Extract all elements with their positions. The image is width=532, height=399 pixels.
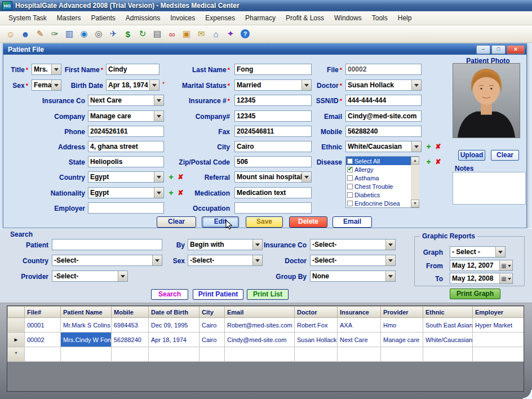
disease-option-diabetics[interactable]: Diabetics: [346, 190, 419, 199]
clear-button[interactable]: Clear: [157, 216, 196, 228]
add-patient-icon[interactable]: ☺: [5, 28, 17, 40]
row-indicator-new[interactable]: *: [8, 347, 25, 362]
cell-ethnic[interactable]: White/Caucasian: [423, 333, 473, 347]
last-name-input[interactable]: [234, 64, 312, 75]
disease-option-asthama[interactable]: Asthama: [346, 174, 419, 182]
cell-email[interactable]: Cindy@med-site.com: [225, 333, 295, 347]
upload-button[interactable]: Upload: [458, 150, 485, 161]
search-icon[interactable]: ◎: [92, 28, 105, 40]
mail-icon[interactable]: ✉: [195, 28, 207, 40]
cell-doctor[interactable]: [295, 347, 338, 362]
employer-input[interactable]: [88, 202, 164, 214]
delete-button[interactable]: Delete: [289, 216, 327, 228]
calendar-icon[interactable]: ▦: [499, 273, 512, 283]
search-country-select[interactable]: -Select-: [52, 255, 162, 266]
cell-mobile[interactable]: [112, 347, 149, 362]
ethnic-delete-icon[interactable]: ✘: [434, 142, 442, 151]
print-list-button[interactable]: Print List: [247, 289, 289, 300]
cell-mobile[interactable]: 56288240: [112, 333, 149, 347]
cell-provider[interactable]: Manage care: [381, 333, 423, 347]
money-icon[interactable]: $: [122, 28, 134, 40]
search-insurance-select[interactable]: -Select-: [310, 239, 396, 250]
checkbox-icon[interactable]: [347, 175, 353, 181]
cell-ethnic[interactable]: [423, 347, 473, 362]
search-by-select[interactable]: Begin with: [188, 239, 263, 250]
print-icon[interactable]: ▤: [151, 28, 163, 40]
cell-dob[interactable]: [149, 347, 200, 362]
restore-button[interactable]: □: [491, 45, 506, 54]
country-select[interactable]: Egypt: [88, 171, 164, 183]
cell-file[interactable]: [25, 347, 61, 362]
home-icon[interactable]: ⌂: [210, 28, 222, 40]
search-doctor-select[interactable]: -Select-: [310, 255, 396, 266]
link-icon[interactable]: ∞: [166, 28, 178, 40]
from-date-picker[interactable]: May 12, 2007▦: [450, 260, 513, 271]
menu-help[interactable]: Help: [393, 12, 417, 24]
first-name-input[interactable]: [106, 64, 159, 75]
occupation-input[interactable]: [234, 202, 312, 214]
cell-dob[interactable]: Dec 09, 1995: [149, 318, 200, 333]
ethnic-select[interactable]: White/Caucasian: [345, 141, 422, 152]
save-button[interactable]: Save: [246, 216, 283, 228]
title-select[interactable]: Mrs.: [32, 64, 61, 75]
scroll-down-icon[interactable]: ▼: [411, 200, 419, 207]
company-no-input[interactable]: [234, 110, 312, 122]
menu-invoices[interactable]: Invoices: [165, 12, 200, 24]
cell-insurance[interactable]: AXA: [338, 318, 381, 333]
checkbox-icon[interactable]: [347, 192, 353, 198]
help-icon[interactable]: ?: [241, 29, 250, 38]
company-select[interactable]: Manage care: [88, 110, 164, 122]
mobile-input[interactable]: [345, 126, 422, 137]
marital-status-select[interactable]: Married: [234, 79, 312, 91]
cell-provider[interactable]: [381, 347, 423, 362]
print-graph-button[interactable]: Print Graph: [450, 289, 500, 299]
birth-date-select[interactable]: Apr 18, 1974: [106, 79, 159, 91]
scrollbar-track[interactable]: [411, 165, 419, 200]
pen-icon[interactable]: ✎: [34, 28, 46, 40]
nationality-select[interactable]: Egypt: [88, 187, 164, 198]
menu-pharmacy[interactable]: Pharmacy: [240, 12, 281, 24]
grid-row-selected[interactable]: ► 00002 Mrs.Cindy W Fong 56288240 Apr 18…: [8, 333, 524, 347]
cell-email[interactable]: Robert@med-sites.com: [225, 318, 295, 333]
menu-masters[interactable]: Masters: [52, 12, 86, 24]
globe-icon[interactable]: ◉: [78, 28, 90, 40]
cell-patient-name[interactable]: Mr.Mark S Colins: [61, 318, 112, 333]
phone-input[interactable]: [88, 126, 164, 137]
row-indicator[interactable]: [8, 318, 25, 333]
send-icon[interactable]: ✈: [107, 28, 119, 40]
cell-city[interactable]: Cairo: [200, 333, 225, 347]
cell-city[interactable]: Cairo: [200, 318, 225, 333]
chart-icon[interactable]: ▥: [63, 28, 76, 40]
cell-insurance[interactable]: [338, 347, 381, 362]
disease-option-endocrine[interactable]: Endocrine Disea: [346, 199, 419, 207]
search-provider-select[interactable]: -Select-: [52, 271, 128, 282]
menu-system-task[interactable]: System Task: [3, 12, 52, 24]
fax-input[interactable]: [234, 126, 312, 137]
search-patient-input[interactable]: [52, 239, 162, 250]
cell-employer[interactable]: [473, 347, 524, 362]
cell-city[interactable]: [200, 347, 225, 362]
tools-icon[interactable]: ✦: [224, 28, 237, 40]
print-patient-button[interactable]: Print Patient: [193, 289, 243, 300]
referral-select[interactable]: Mount sinai hospital: [234, 171, 312, 183]
app-titlebar[interactable]: HG HospitalGate Advanced 2008 (Trial Ver…: [0, 0, 532, 11]
signature-icon[interactable]: ✑: [48, 28, 61, 40]
cell-email[interactable]: [225, 347, 295, 362]
row-indicator-current[interactable]: ►: [8, 333, 25, 347]
email-button[interactable]: Email: [333, 216, 372, 228]
disease-option-chest-trouble[interactable]: Chest Trouble: [346, 182, 419, 190]
state-input[interactable]: [88, 156, 164, 167]
menu-windows[interactable]: Windows: [329, 12, 367, 24]
checkbox-icon[interactable]: [347, 158, 353, 164]
to-date-picker[interactable]: May 12, 2008▦: [450, 273, 513, 284]
insurance-co-select[interactable]: Next Care: [88, 95, 164, 106]
disease-scrollbar[interactable]: ▲ ▼: [411, 157, 419, 207]
menu-patients[interactable]: Patients: [86, 12, 121, 24]
disease-delete-icon[interactable]: ✘: [434, 157, 442, 166]
minimize-button[interactable]: –: [476, 45, 490, 54]
calendar-icon[interactable]: ▦: [499, 260, 512, 271]
checkbox-icon[interactable]: [347, 167, 353, 172]
menu-admissions[interactable]: Admissions: [121, 12, 165, 24]
menu-expenses[interactable]: Expenses: [200, 12, 240, 24]
zip-input[interactable]: [234, 156, 312, 167]
